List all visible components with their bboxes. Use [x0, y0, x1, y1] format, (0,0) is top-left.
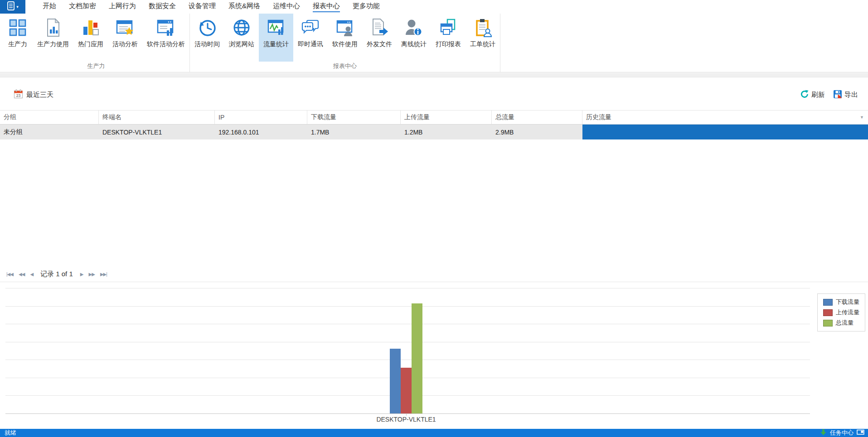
ribbon-group-label: 生产力	[3, 62, 189, 72]
menu-tab-label: 设备管理	[189, 2, 216, 12]
chart-gridline	[5, 324, 810, 324]
prev-page-button[interactable]: ◀	[27, 272, 36, 277]
ribbon-button-label: 生产力使用	[37, 40, 69, 48]
status-ready-text: 就绪	[5, 429, 16, 437]
ribbon-button[interactable]: 离线统计	[397, 14, 431, 62]
chat-icon	[300, 17, 321, 38]
globe-icon	[231, 17, 252, 38]
table-cell-text: 1.7MB	[311, 129, 329, 136]
table-cell-text: 192.168.0.101	[218, 129, 259, 136]
ribbon-button-label: 热门应用	[78, 40, 103, 48]
ribbon-button[interactable]: 工单统计	[466, 14, 500, 62]
svg-text:23: 23	[16, 93, 21, 98]
column-header[interactable]: 终端名	[99, 110, 215, 124]
app-menu-button[interactable]: ▾	[0, 0, 25, 14]
table-cell: 192.168.0.101	[215, 125, 307, 139]
history-traffic-bar	[582, 125, 868, 139]
menu-tab-label: 上网行为	[109, 2, 136, 12]
ribbon-button[interactable]: 活动分析	[108, 14, 142, 62]
menu-tab[interactable]: 运维中心	[267, 0, 306, 14]
ribbon-button[interactable]: 外发文件	[362, 14, 397, 62]
fast-backward-button[interactable]: ◀◀	[16, 272, 27, 277]
table-header: 分组终端名IP下载流量上传流量总流量历史流量▼	[0, 110, 868, 125]
column-header[interactable]: 分组	[0, 110, 99, 124]
user-info-icon	[403, 17, 424, 38]
last-page-button[interactable]: ▶▶|	[97, 272, 110, 277]
ribbon-button[interactable]: 即时通讯	[293, 14, 328, 62]
table-cell-text: 未分组	[4, 128, 23, 136]
ribbon-button-label: 离线统计	[401, 40, 427, 48]
ribbon-button-label: 流量统计	[263, 40, 289, 48]
menu-tab[interactable]: 报表中心	[306, 0, 346, 14]
history-clock-icon	[197, 17, 218, 38]
legend-swatch	[823, 309, 833, 316]
refresh-button[interactable]: 刷新	[800, 90, 825, 100]
ribbon-bottom-strip	[0, 73, 868, 77]
ribbon-button[interactable]: 热门应用	[73, 14, 108, 62]
column-header[interactable]: 总流量	[492, 110, 582, 124]
table-cell	[582, 125, 868, 139]
ribbon-button[interactable]: 流量统计	[259, 14, 293, 62]
column-header[interactable]: 历史流量▼	[582, 110, 868, 124]
ribbon-button-label: 软件活动分析	[147, 40, 185, 48]
ribbon-button[interactable]: 浏览网站	[224, 14, 259, 62]
legend-swatch	[823, 299, 833, 306]
column-header-label: 总流量	[495, 113, 514, 121]
chart-gridline	[5, 360, 810, 360]
traffic-chart-icon	[266, 17, 286, 38]
menu-tab[interactable]: 文档加密	[63, 0, 102, 14]
task-center-button[interactable]: 任务中心	[820, 429, 864, 437]
menu-tabs: 开始文档加密上网行为数据安全设备管理系统&网络运维中心报表中心更多功能	[36, 0, 386, 14]
column-header[interactable]: 上传流量	[401, 110, 492, 124]
fast-forward-button[interactable]: ▶▶	[86, 272, 97, 277]
column-header[interactable]: IP	[215, 110, 307, 124]
ribbon-button-label: 活动时间	[194, 40, 220, 48]
menu-tab-label: 数据安全	[149, 2, 176, 12]
menu-tab-label: 文档加密	[69, 2, 96, 12]
column-header-label: 终端名	[102, 113, 121, 121]
date-range-button[interactable]: 23 最近三天	[14, 89, 53, 100]
chart-legend: 下载流量上传流量总流量	[817, 293, 865, 331]
task-center-label: 任务中心	[830, 429, 853, 437]
menu-tab[interactable]: 设备管理	[182, 0, 222, 14]
ribbon-button[interactable]: 软件活动分析	[142, 14, 189, 62]
ribbon-button[interactable]: 生产力使用	[33, 14, 73, 62]
ribbon-button-label: 打印报表	[436, 40, 461, 48]
first-page-button[interactable]: |◀◀	[4, 272, 16, 277]
agent-status-icon[interactable]	[857, 429, 864, 437]
legend-swatch	[823, 320, 833, 327]
ribbon-group-label: 报表中心	[190, 62, 500, 72]
menu-tab[interactable]: 更多功能	[346, 0, 386, 14]
file-export-icon	[369, 17, 390, 38]
traffic-chart: 下载流量上传流量总流量 DESKTOP-VLKTLE1	[0, 285, 868, 428]
chevron-down-icon: ▾	[16, 5, 19, 9]
refresh-icon	[800, 90, 809, 100]
window-star-icon	[115, 17, 136, 38]
next-page-button[interactable]: ▶	[78, 272, 86, 277]
ribbon-button-label: 生产力	[8, 40, 27, 48]
menu-tab[interactable]: 开始	[36, 0, 63, 14]
chart-bar	[412, 303, 422, 413]
legend-label: 总流量	[836, 319, 853, 327]
ribbon-button[interactable]: 软件使用	[328, 14, 362, 62]
menu-tab[interactable]: 上网行为	[102, 0, 142, 14]
bar-chart-icon	[80, 17, 101, 38]
menu-tab[interactable]: 数据安全	[142, 0, 182, 14]
ribbon-button[interactable]: 生产力	[3, 14, 33, 62]
legend-label: 下载流量	[836, 298, 859, 306]
table-cell-text: 2.9MB	[495, 129, 514, 136]
ribbon-button[interactable]: 活动时间	[190, 14, 224, 62]
menu-tab[interactable]: 系统&网络	[222, 0, 267, 14]
chart-category-label: DESKTOP-VLKTLE1	[356, 416, 456, 423]
ribbon-group: 活动时间浏览网站流量统计即时通讯软件使用外发文件离线统计打印报表工单统计报表中心	[190, 14, 500, 72]
table-row[interactable]: 未分组DESKTOP-VLKTLE1192.168.0.1011.7MB1.2M…	[0, 125, 868, 139]
chart-x-axis	[5, 413, 810, 414]
export-button[interactable]: 导出	[833, 90, 858, 100]
menu-tab-label: 报表中心	[313, 2, 340, 12]
column-chooser-dropdown-icon[interactable]: ▼	[860, 115, 864, 120]
export-icon	[833, 90, 842, 100]
ribbon-button[interactable]: 打印报表	[431, 14, 466, 62]
ribbon-button-label: 软件使用	[332, 40, 358, 48]
menu-tab-label: 开始	[43, 2, 56, 12]
column-header[interactable]: 下载流量	[307, 110, 401, 124]
